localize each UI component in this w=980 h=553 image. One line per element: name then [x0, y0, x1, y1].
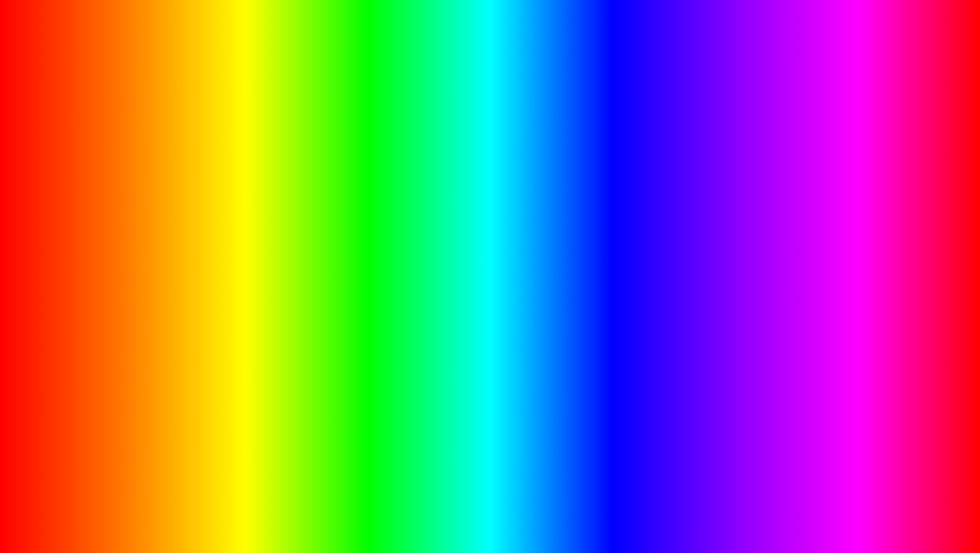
title-letter-t: T — [664, 15, 716, 106]
random-bone-label: Random Bone — [549, 217, 740, 231]
front-win-title: An... — [470, 157, 490, 168]
char-chest-mark: ✕ — [151, 230, 172, 250]
front-minimize-btn[interactable]: ─ — [712, 156, 724, 168]
section-farm-mastery: Farm Mastery Farm Mastery Fruit — [549, 235, 740, 260]
bt-script: SCRIPT — [413, 482, 590, 533]
dragon-body — [741, 137, 873, 280]
free-badge: FREE NO KEY !! — [296, 159, 475, 247]
title-letter-f: F — [464, 15, 516, 106]
char-leg-right — [174, 303, 207, 385]
dragon-glow — [761, 168, 802, 219]
sidebar-item-teleport-island[interactable]: Teleport Island — [464, 288, 542, 304]
main-title: BLOXFRUITS — [4, 14, 976, 108]
sidebar-label-setting-farm: Setting Farm — [481, 214, 519, 221]
select-chip-label: Select Chip — [508, 136, 552, 145]
section-random-bone: Random Bone — [549, 217, 740, 231]
section-farm-bone: Farm Bone — [549, 198, 740, 213]
sidebar-label-main-farm: Main Farm — [481, 198, 514, 205]
char-torso: ✕ — [136, 215, 207, 306]
sidebar-avatar-sky — [470, 308, 484, 322]
char-leg-left — [136, 303, 169, 385]
title-letter-r: R — [516, 15, 577, 106]
bt-update: UPDATE — [137, 482, 330, 533]
title-letter-i: I — [638, 15, 663, 106]
sidebar-label-get-item: Get Item — [481, 229, 507, 237]
win-content: Your Bone : 2370 Farm Bone Random Bone F… — [543, 173, 746, 331]
sidebar-icon-teleport-island — [470, 293, 477, 300]
character-area: ✕ — [55, 116, 349, 410]
char-head — [144, 171, 200, 217]
title-letter-o: O — [321, 15, 386, 106]
title-letter-l: L — [269, 15, 321, 106]
skull-icon: 💀 — [880, 452, 931, 469]
back-win-title: Annie Hub (Blox Fruit) — [508, 113, 605, 124]
creature-eye — [60, 427, 70, 437]
dragon-display — [741, 137, 873, 280]
title-letter-b: B — [208, 15, 269, 106]
sidebar-item-sky[interactable]: Sky — [464, 304, 542, 326]
background: BLOXFRUITS ✕ — [4, 4, 976, 549]
dragon-eye-2 — [813, 130, 820, 136]
title-letter-x: X — [387, 15, 444, 106]
sidebar-label-info-hub: Info Hub — [481, 182, 506, 190]
sidebar-label-sky: Sky — [488, 312, 500, 319]
farm-mastery-fruit-label: Farm Mastery Fruit — [549, 246, 740, 260]
front-win-titlebar: An... ─ ✕ — [464, 152, 746, 173]
win-body: Info Hub Main Farm Setting Farm Get Item… — [464, 173, 746, 331]
title-letter-s2: S — [715, 15, 772, 106]
sidebar-label-dungeon: Dungeon — [481, 261, 508, 268]
win-sidebar: Info Hub Main Farm Setting Farm Get Item… — [464, 173, 543, 331]
sidebar-icon-dungeon — [470, 261, 477, 268]
chest-header: Chest — [549, 264, 740, 275]
sidebar-item-get-item[interactable]: Get Item — [464, 225, 542, 241]
char-mask — [149, 182, 194, 189]
sidebar-item-race-v4[interactable]: Race V4 — [464, 241, 542, 257]
tween-chest-label: Tween Chest — [549, 275, 740, 290]
sidebar-icon-combat-player — [470, 277, 477, 284]
bt-pastebin: PASTEBIN — [604, 482, 843, 533]
front-win-controls: ─ ✕ — [712, 156, 740, 168]
sidebar-item-combat-player[interactable]: Combat Player — [464, 272, 542, 288]
sidebar-item-main-farm[interactable]: Main Farm — [464, 194, 542, 210]
dragon-head — [781, 112, 832, 153]
title-letter-u: U — [577, 15, 639, 106]
farm-mastery-header: Farm Mastery — [549, 235, 740, 246]
farm-bone-label: Farm Bone — [549, 198, 740, 213]
ui-window-front: An... ─ ✕ Info Hub Main Farm Sett — [463, 151, 747, 332]
bt-number: 20 — [344, 482, 398, 533]
sidebar-item-dungeon[interactable]: Dungeon — [464, 257, 542, 272]
sidebar-label-combat-player: Combat Player — [481, 276, 525, 284]
front-close-btn[interactable]: ✕ — [728, 156, 740, 168]
dragon-shape — [741, 137, 863, 269]
sidebar-item-info-hub[interactable]: Info Hub — [464, 178, 542, 194]
back-win-titlebar: Annie Hub (Blox Fruit) ─ ✕ — [500, 107, 812, 130]
bottom-text: UPDATE 20 SCRIPT PASTEBIN — [4, 481, 976, 534]
bone-count-display: Your Bone : 2370 — [549, 179, 740, 192]
creature-body — [19, 397, 111, 488]
sidebar-label-teleport-island: Teleport Island — [481, 292, 525, 300]
sidebar-item-setting-farm[interactable]: Setting Farm — [464, 210, 542, 225]
dragon-eye-1 — [794, 130, 800, 136]
sidebar-icon-race-v4 — [470, 246, 477, 253]
section-chest: Chest Tween Chest — [549, 264, 740, 290]
sidebar-label-race-v4: Race V4 — [481, 245, 507, 253]
